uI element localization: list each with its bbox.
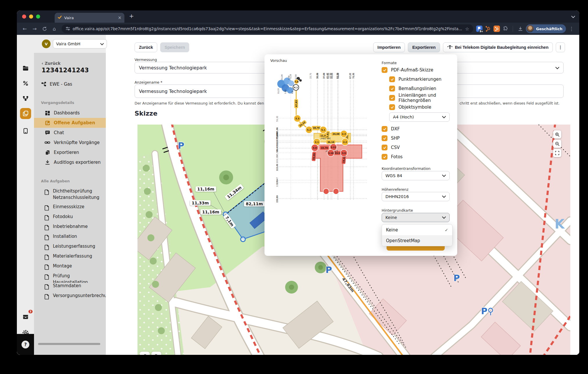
task-item-leistungserfassung[interactable]: Leistungserfassung [34,243,106,253]
task-item-installation[interactable]: Installation [34,233,106,243]
koordinaten-select[interactable]: WGS 84 [382,171,450,180]
format-option-bema-ungslinien[interactable]: Bemaßungslinien [389,84,457,93]
format-option-objektsymbole[interactable]: Objektsymbole [389,103,457,112]
browser-profile-button[interactable]: Geschäftlich [526,24,566,33]
format-option-label: Linienlängen und Flächengrößen [398,93,457,103]
task-item-versorgungsunterbrechung[interactable]: Versorgungsunterbrechung [34,293,106,303]
open-tasks-rail-icon[interactable] [20,108,31,119]
hubspot-extension-icon[interactable] [484,24,492,33]
sites-extension-icon[interactable]: 9+ [476,26,482,32]
zoom-out-button[interactable] [553,140,561,148]
help-button[interactable]: ? [22,341,29,348]
minimize-window-button[interactable] [29,15,33,19]
sidebar-item-label: Exportieren [54,150,79,155]
workflow-sitemap-icon[interactable] [20,93,31,104]
billing-percent-icon[interactable] [20,78,31,89]
sidebar-item-chat[interactable]: Chat [34,128,106,138]
window-controls[interactable] [22,15,40,19]
dropdown-option-keine[interactable]: Keine✓ [382,224,452,235]
task-list: Dichtheitsprüfung NetzanschlussleitungEi… [34,188,106,303]
devices-icon[interactable] [20,125,31,136]
sidebar-item-label: Chat [54,130,64,135]
sidebar-item-dashboards[interactable]: Dashboards [34,108,106,118]
task-item-inbetriebnahme[interactable]: Inbetriebnahme [34,224,106,233]
checkbox-checked-icon[interactable] [389,104,395,110]
sidebar-back-button[interactable]: ‹ Zurück [42,61,60,66]
checkbox-checked-icon[interactable] [389,95,395,101]
task-item-fotodoku[interactable]: Fotodoku [34,214,106,224]
forward-icon[interactable]: → [30,24,39,33]
browser-menu-kebab-icon[interactable]: ⋮ [567,24,576,33]
redo-button[interactable]: ↷ [151,352,161,355]
address-bar[interactable]: office.vaira.app/o/c7be7mnm5f1rdro8tg2g/… [62,24,473,33]
dropdown-option-openstreetmap[interactable]: OpenStreetMap [382,235,452,246]
task-item-montage[interactable]: Montage [34,263,106,273]
extensions-puzzle-icon[interactable] [501,24,510,33]
file-icon [44,284,49,291]
zoom-in-button[interactable] [553,130,561,139]
telekom-submit-button[interactable]: Bei Telekom Digitale Baubegleitung einre… [443,42,553,52]
task-item-materialerfassung[interactable]: Materialerfassung [34,253,106,263]
format-option-linienl-ngen-und-fl-chengr-en[interactable]: Linienlängen und Flächengrößen [389,93,457,103]
checkbox-checked-icon[interactable] [389,76,395,82]
inbox-tray-icon[interactable]: 3 [20,311,31,322]
dropdown-option-label: OpenStreetMap [386,238,420,243]
url-text[interactable]: office.vaira.app/o/c7be7mnm5f1rdro8tg2g/… [73,26,462,31]
format-option-fotos[interactable]: Fotos [382,152,403,161]
checkbox-checked-icon[interactable] [389,86,395,91]
browser-tab[interactable]: Vaira × [55,13,124,23]
maximize-window-button[interactable] [36,15,40,19]
export-button[interactable]: Exportieren [408,42,440,52]
hoehenreferenz-select[interactable]: DHHN2016 [382,192,450,201]
site-info-icon[interactable] [66,26,70,32]
format-option-pdf-aufma-skizze[interactable]: PDF-Aufmaß-Skizze [382,65,457,75]
hubspot-orange-extension-icon[interactable] [494,26,500,32]
save-button[interactable]: Speichern [160,42,189,52]
checkbox-checked-icon[interactable] [382,154,387,160]
task-item-stammdaten[interactable]: Stammdaten [34,283,106,293]
svg-text:7,39: 7,39 [288,76,290,80]
svg-text:3.11: 3.11 [331,146,336,149]
page-format-select[interactable]: A4 (Hoch) [389,112,450,122]
sidebar-horizontal-scrollbar[interactable] [38,343,100,345]
home-icon[interactable]: ⌂ [50,24,59,33]
back-button[interactable]: Zurück [135,42,157,52]
format-option-shp[interactable]: SHP [382,134,403,143]
back-icon[interactable]: ← [20,24,29,33]
import-button[interactable]: Importieren [373,42,405,52]
tab-close-icon[interactable]: × [118,16,121,20]
task-item-dichtheitspr-fung-netzanschlus[interactable]: Dichtheitsprüfung Netzanschlussleitung [34,188,106,204]
workflow-row[interactable]: EWE - Gas [41,81,72,87]
task-item-label: Dichtheitsprüfung Netzanschlussleitung [53,188,106,201]
undo-button[interactable]: ↶ [140,352,150,355]
svg-text:3.10: 3.10 [328,152,334,154]
hintergrundkarte-select[interactable]: Keine [382,213,450,222]
fullscreen-button[interactable] [553,149,561,157]
koordinaten-value: WGS 84 [385,173,402,178]
format-option-punktmarkierungen[interactable]: Punktmarkierungen [389,75,457,84]
checkbox-checked-icon[interactable] [382,145,387,150]
checkbox-checked-icon[interactable] [382,67,387,73]
tab-search-chevron-icon[interactable] [571,14,575,19]
sidebar-item-offene-aufgaben[interactable]: Offene Aufgaben [34,118,106,128]
downloads-icon[interactable] [516,24,525,33]
checkbox-checked-icon[interactable] [382,135,387,141]
sidebar-item-label: Auditlogs exportieren [54,160,101,165]
sidebar-item-exportieren[interactable]: Exportieren [34,148,106,157]
task-item-pr-fung-hausinstallation[interactable]: Prüfung Hausinstallation [34,273,106,283]
sidebar-item-verkn-pfte-vorg-nge[interactable]: Verknüpfte Vorgänge [34,138,106,148]
format-option-csv[interactable]: CSV [382,143,403,152]
format-option-dxf[interactable]: DXF [382,124,403,134]
sidebar-item-auditlogs-exportieren[interactable]: Auditlogs exportieren [34,157,106,167]
bookmark-star-icon[interactable]: ☆ [465,26,469,32]
more-actions-kebab-button[interactable]: ⋮ [556,42,565,52]
org-switcher[interactable]: Vaira GmbH [53,39,107,48]
tab-title: Vaira [64,16,74,20]
close-window-button[interactable] [22,15,26,19]
reload-icon[interactable] [40,24,49,33]
svg-text:24,08: 24,08 [333,133,339,135]
task-item-einmessskizze[interactable]: Einmessskizze [34,204,106,214]
checkbox-checked-icon[interactable] [382,126,387,132]
new-tab-button[interactable]: + [129,13,134,19]
projects-folder-icon[interactable] [20,63,31,74]
